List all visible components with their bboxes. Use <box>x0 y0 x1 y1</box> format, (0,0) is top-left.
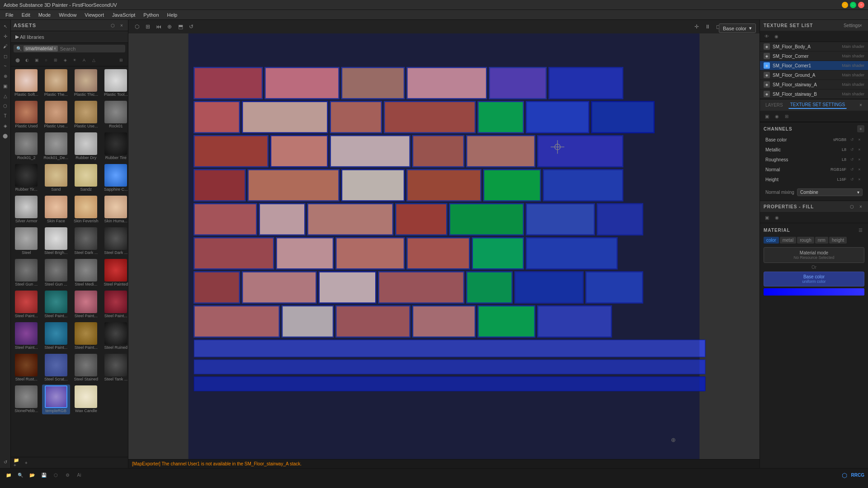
asset-item[interactable]: Steel Paint... <box>72 321 100 351</box>
maximize-button[interactable]: □ <box>850 2 856 8</box>
tool-transform[interactable]: ✛ <box>1 32 10 41</box>
menu-javascript[interactable]: JavaScript <box>108 11 139 19</box>
asset-item[interactable]: Plastic Use... <box>72 100 100 130</box>
menu-python[interactable]: Python <box>140 11 162 19</box>
material-tab-metal[interactable]: metal <box>780 237 796 244</box>
asset-item[interactable]: Steel Scrat... <box>42 353 71 383</box>
texture-set-item[interactable]: ◈SM_Floor_Corner1Main shader <box>760 61 868 70</box>
menu-edit[interactable]: Edit <box>18 11 34 19</box>
channel-row[interactable]: RoughnessL8↺× <box>764 155 864 164</box>
filter-sphere[interactable]: ⬤ <box>14 56 22 64</box>
texture-set-item[interactable]: ◈SM_Floor_stairway_AMain shader <box>760 80 868 89</box>
asset-item[interactable]: Plastic Soft... <box>13 68 40 98</box>
asset-item[interactable]: Wax Candle <box>72 385 100 414</box>
channel-remove-btn[interactable]: × <box>856 146 863 153</box>
layer-new-btn[interactable]: ▣ <box>763 112 771 120</box>
prop-layers-btn[interactable]: ▣ <box>763 213 771 221</box>
material-tab-nrm[interactable]: nrm <box>815 237 828 244</box>
tool-text[interactable]: T <box>1 111 10 120</box>
viewport-cursor-btn[interactable]: ✛ <box>692 22 702 32</box>
filter-box[interactable]: ▣ <box>33 56 41 64</box>
channel-row[interactable]: Base colorsRGB8↺× <box>764 135 864 144</box>
view-toggle-eye[interactable]: 👁 <box>763 32 771 40</box>
taskbar-search[interactable]: 🔍 <box>15 470 25 480</box>
tool-paint[interactable]: 🖌 <box>1 42 10 51</box>
asset-item[interactable]: Sandz <box>72 163 100 193</box>
viewport-sync-btn[interactable]: ↺ <box>186 22 196 32</box>
asset-item[interactable]: Rubber Tir... <box>13 163 40 193</box>
asset-item[interactable]: Rock01 <box>102 100 128 130</box>
taskbar-settings[interactable]: ⚙ <box>62 470 72 480</box>
asset-item[interactable]: Silver Armor <box>13 195 40 225</box>
color-swatch[interactable] <box>764 288 864 296</box>
viewport-grid-btn[interactable]: ⊞ <box>143 22 153 32</box>
texture-set-item[interactable]: ◈SM_Floor_Ground_AMain shader <box>760 70 868 80</box>
channel-remove-btn[interactable]: × <box>856 176 863 183</box>
channel-refresh-btn[interactable]: ↺ <box>849 176 855 183</box>
viewport-3d-btn[interactable]: ⬡ <box>132 22 142 32</box>
properties-float-btn[interactable]: ⬡ <box>848 203 855 210</box>
tool-measure[interactable]: ⬤ <box>1 131 10 140</box>
base-color-button[interactable]: Base color uniform color <box>764 272 864 286</box>
material-tab-rough[interactable]: rough <box>797 237 814 244</box>
layer-folder-btn[interactable]: ◉ <box>773 112 781 120</box>
assets-close-button[interactable]: × <box>118 22 125 29</box>
texture-set-item[interactable]: ◈SM_Floor_Body_AMain shader <box>760 42 868 52</box>
asset-item[interactable]: Steel Rust... <box>13 353 40 383</box>
menu-window[interactable]: Window <box>55 11 80 19</box>
viewport-prev-btn[interactable]: ⏮ <box>154 22 164 32</box>
asset-item[interactable]: Steel Paint... <box>72 290 100 319</box>
taskbar-layers[interactable]: ⬡ <box>51 470 61 480</box>
viewport-center-btn[interactable]: ⊕ <box>165 22 175 32</box>
asset-item[interactable]: Plastic Use... <box>42 100 71 130</box>
asset-item[interactable]: Steel Gun ... <box>13 258 40 288</box>
channel-refresh-btn[interactable]: ↺ <box>849 166 855 173</box>
tool-erase[interactable]: ◻ <box>1 52 10 61</box>
channel-remove-btn[interactable]: × <box>856 166 863 173</box>
filter-font[interactable]: A <box>80 56 88 64</box>
asset-item[interactable]: Skin Feverish <box>72 195 100 225</box>
filter-env[interactable]: ☀ <box>71 56 79 64</box>
material-mode-button[interactable]: Material mode No Resource Selected <box>764 247 864 263</box>
asset-item[interactable]: Steel Paint... <box>13 321 40 351</box>
asset-item[interactable]: Steel Stained <box>72 353 100 383</box>
asset-item[interactable]: Plastic The... <box>42 68 71 98</box>
channel-remove-btn[interactable]: × <box>856 136 863 143</box>
material-tab-color[interactable]: color <box>764 237 779 244</box>
properties-close-btn[interactable]: × <box>857 203 864 210</box>
asset-item[interactable]: StonePebb... <box>13 385 40 414</box>
asset-item[interactable]: Steel Gun ... <box>42 258 71 288</box>
taskbar-file[interactable]: 📁 <box>4 470 14 480</box>
tab-layers[interactable]: LAYERS <box>764 102 785 108</box>
asset-item[interactable]: Steel Medi... <box>72 258 100 288</box>
asset-item[interactable]: Steel Paint... <box>13 290 40 319</box>
close-button[interactable]: × <box>858 2 864 8</box>
breadcrumb-all-libraries[interactable]: ▶ All libraries <box>14 33 46 41</box>
asset-item[interactable]: Sapphire C... <box>102 163 128 193</box>
tool-history[interactable]: ↺ <box>1 457 10 466</box>
texture-set-settings-btn[interactable]: Settings <box>848 22 855 29</box>
asset-item[interactable]: Skin Huma... <box>102 195 128 225</box>
texture-set-close-btn[interactable]: × <box>857 22 864 29</box>
asset-item[interactable]: Sand <box>42 163 71 193</box>
layer-grid-btn[interactable]: ⊞ <box>783 112 791 120</box>
search-tag-remove[interactable]: × <box>54 46 57 51</box>
asset-item[interactable]: Rock01_De... <box>42 131 71 161</box>
menu-mode[interactable]: Mode <box>35 11 55 19</box>
asset-item[interactable]: Steel Paint... <box>102 290 128 319</box>
asset-item[interactable]: templeRGB <box>42 385 71 414</box>
channel-refresh-btn[interactable]: ↺ <box>849 156 855 163</box>
taskbar-explorer[interactable]: 📂 <box>27 470 37 480</box>
normal-mixing-dropdown[interactable]: Combine ▾ <box>797 188 863 196</box>
material-tab-height[interactable]: height <box>829 237 847 244</box>
asset-item[interactable]: Steel Ruined <box>102 321 128 351</box>
asset-item[interactable]: Rock01_2 <box>13 131 40 161</box>
tool-select[interactable]: ↖ <box>1 22 10 31</box>
filter-grid-view[interactable]: ⊞ <box>117 56 125 64</box>
filter-mesh[interactable]: △ <box>90 56 98 64</box>
base-color-dropdown[interactable]: Base color ▾ <box>719 23 756 33</box>
asset-item[interactable]: Steel <box>13 226 40 256</box>
texture-set-item[interactable]: ◈SM_Floor_stairway_BMain shader <box>760 89 868 99</box>
tool-picker[interactable]: ◈ <box>1 121 10 130</box>
filter-color[interactable]: ◈ <box>61 56 69 64</box>
